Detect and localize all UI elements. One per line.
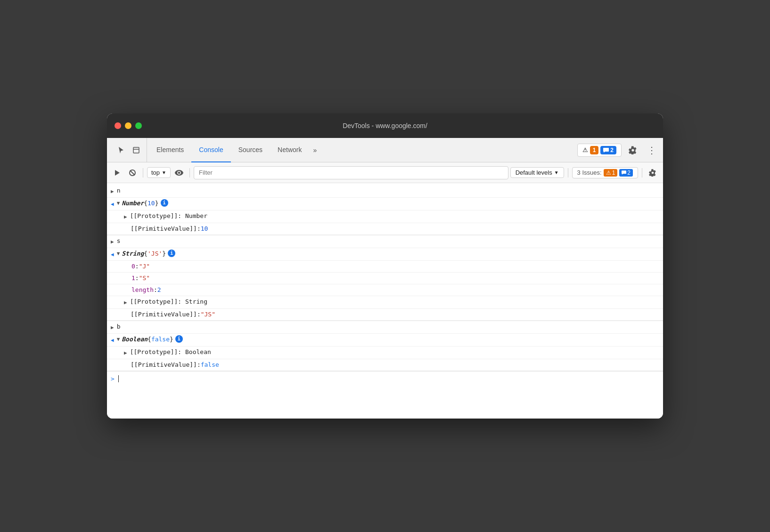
- issues-badge[interactable]: ⚠ 1 2: [577, 144, 622, 157]
- console-input-s: s: [117, 237, 121, 245]
- tab-sources[interactable]: Sources: [231, 138, 270, 162]
- primitive-string-label: [[PrimitiveValue]]:: [131, 310, 201, 319]
- close-button[interactable]: [115, 122, 121, 129]
- devtools-window: DevTools - www.google.com/ Elements Cons…: [107, 113, 663, 419]
- string-label: String: [122, 250, 144, 258]
- string-value: 'JS': [147, 250, 162, 258]
- brace-open: {: [147, 335, 151, 344]
- brace-open: {: [144, 250, 147, 258]
- play-icon: [114, 169, 121, 176]
- brace-close: }: [162, 250, 166, 258]
- prototype-string-label: [[Prototype]]: String: [130, 298, 207, 306]
- output-arrow: ◀: [111, 336, 114, 345]
- issue-blue-badge: 2: [619, 169, 633, 177]
- svg-line-4: [130, 170, 135, 175]
- boolean-label: Boolean: [122, 335, 147, 344]
- expand-proto-arrow[interactable]: ▶: [124, 213, 127, 221]
- number-value: 10: [147, 199, 155, 208]
- clear-button[interactable]: [126, 166, 139, 179]
- dock-icon[interactable]: [130, 144, 143, 157]
- chat-icon: [622, 170, 626, 175]
- brace-open: {: [144, 199, 147, 208]
- info-icon[interactable]: i: [175, 335, 183, 343]
- tab-network[interactable]: Network: [270, 138, 309, 162]
- console-row-s-input: ▶ s: [107, 235, 663, 248]
- issues-count[interactable]: 3 Issues: ⚠ 1 2: [572, 167, 638, 178]
- input-arrow: ▶: [111, 323, 114, 332]
- primitive-boolean-label: [[PrimitiveValue]]:: [131, 361, 201, 369]
- issues-orange-count: 1: [590, 146, 599, 154]
- primitive-number-value: 10: [201, 225, 208, 233]
- prototype-string-row: ▶ [[Prototype]]: String: [107, 296, 663, 309]
- cursor-icon[interactable]: [115, 144, 128, 157]
- chevron-down-icon: ▼: [162, 170, 166, 175]
- console-output: ▶ n ◀ ▼ Number { 10 } i ▶ [[Prototype]]:…: [107, 183, 663, 419]
- context-selector[interactable]: top ▼: [147, 167, 171, 178]
- prototype-label: [[Prototype]]: Number: [130, 212, 207, 220]
- tab-elements[interactable]: Elements: [149, 138, 191, 162]
- input-arrow: ▶: [111, 238, 114, 246]
- divider-1: [143, 168, 143, 177]
- titlebar: DevTools - www.google.com/: [107, 113, 663, 138]
- index-1: 1: [131, 274, 135, 282]
- value-J: "J": [139, 262, 150, 271]
- prototype-boolean-row: ▶ [[Prototype]]: Boolean: [107, 347, 663, 359]
- console-row-number-output: ◀ ▼ Number { 10 } i: [107, 198, 663, 210]
- svg-rect-0: [133, 147, 139, 153]
- gear-icon: [649, 169, 656, 177]
- minimize-button[interactable]: [125, 122, 131, 129]
- log-level-selector[interactable]: Default levels ▼: [510, 167, 564, 178]
- expand-arrow[interactable]: ▼: [117, 335, 120, 344]
- console-row-string-output: ◀ ▼ String { 'JS' } i: [107, 248, 663, 261]
- execute-button[interactable]: [111, 166, 124, 179]
- primitive-string-row: [[PrimitiveValue]]: "JS": [107, 309, 663, 321]
- primitive-boolean-row: [[PrimitiveValue]]: false: [107, 359, 663, 371]
- prototype-boolean-label: [[Prototype]]: Boolean: [130, 348, 211, 356]
- svg-marker-2: [115, 170, 120, 176]
- console-prompt[interactable]: >: [107, 371, 663, 386]
- tab-icons: [111, 138, 147, 162]
- value-S: "S": [139, 274, 150, 282]
- brace-close: }: [170, 335, 173, 344]
- maximize-button[interactable]: [135, 122, 142, 129]
- string-index-0-row: 0 : "J": [107, 261, 663, 273]
- primitive-number-row: [[PrimitiveValue]]: 10: [107, 223, 663, 235]
- window-title: DevTools - www.google.com/: [343, 122, 427, 129]
- prompt-cursor: [118, 375, 119, 382]
- length-value: 2: [157, 286, 161, 294]
- console-input-b: b: [117, 322, 121, 331]
- string-index-1-row: 1 : "S": [107, 273, 663, 284]
- settings-button[interactable]: [625, 143, 640, 158]
- more-options-button[interactable]: ⋮: [644, 143, 659, 158]
- info-icon[interactable]: i: [161, 199, 168, 207]
- warning-icon: ⚠: [606, 169, 611, 176]
- issues-blue-count: 2: [600, 146, 616, 154]
- string-length-row: length : 2: [107, 284, 663, 296]
- more-tabs-button[interactable]: »: [309, 138, 320, 162]
- chevron-down-icon: ▼: [554, 170, 559, 175]
- boolean-value: false: [151, 335, 170, 344]
- expand-arrow[interactable]: ▼: [117, 199, 120, 208]
- filter-input[interactable]: [194, 166, 508, 179]
- primitive-string-value: "JS": [201, 310, 215, 319]
- live-expressions-button[interactable]: [172, 166, 186, 179]
- number-label: Number: [122, 199, 144, 208]
- console-input-n: n: [117, 186, 121, 195]
- brace-close: }: [155, 199, 159, 208]
- console-toolbar: top ▼ Default levels ▼ 3 Issues: ⚠ 1 2: [107, 162, 663, 183]
- length-label: length: [131, 286, 154, 294]
- output-arrow: ◀: [111, 250, 114, 259]
- output-arrow: ◀: [111, 200, 114, 209]
- console-settings-button[interactable]: [646, 166, 659, 179]
- expand-arrow[interactable]: ▼: [117, 250, 120, 258]
- tab-console[interactable]: Console: [191, 138, 230, 162]
- expand-proto-arrow[interactable]: ▶: [124, 298, 127, 307]
- traffic-lights: [115, 122, 142, 129]
- expand-proto-arrow[interactable]: ▶: [124, 349, 127, 357]
- primitive-boolean-value: false: [201, 361, 219, 369]
- chat-icon: [603, 148, 609, 153]
- console-row-n-input: ▶ n: [107, 185, 663, 198]
- info-icon[interactable]: i: [168, 250, 175, 257]
- divider-3: [568, 168, 568, 177]
- console-row-b-input: ▶ b: [107, 321, 663, 334]
